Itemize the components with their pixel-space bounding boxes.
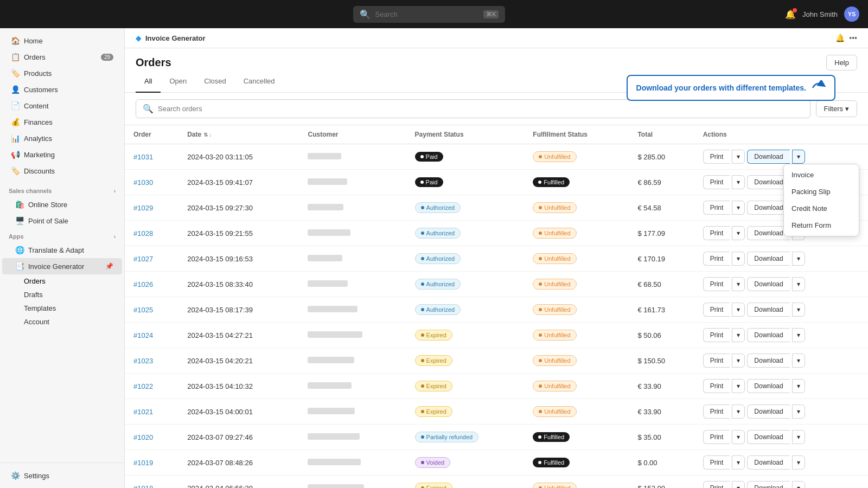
download-dropdown-button[interactable]: ▾ <box>792 150 805 164</box>
order-link[interactable]: #1023 <box>133 357 153 365</box>
dropdown-item[interactable]: Invoice <box>784 166 859 183</box>
print-dropdown-button[interactable]: ▾ <box>732 150 745 164</box>
sidebar-item-translate[interactable]: 🌐 Translate & Adapt <box>2 242 122 258</box>
sidebar-subitem-orders[interactable]: Orders <box>20 274 122 288</box>
sidebar-item-marketing[interactable]: 📢 Marketing <box>2 146 122 163</box>
tab-all[interactable]: All <box>136 70 161 93</box>
order-link[interactable]: #1018 <box>133 484 153 489</box>
bell-icon[interactable]: 🔔 <box>835 34 845 42</box>
download-button[interactable]: Download <box>747 150 789 164</box>
dropdown-item[interactable]: Credit Note <box>784 200 859 217</box>
download-dropdown-button[interactable]: ▾ <box>792 379 805 393</box>
print-button[interactable]: Print <box>703 252 730 266</box>
print-dropdown-button[interactable]: ▾ <box>732 430 745 444</box>
print-button[interactable]: Print <box>703 226 730 240</box>
download-button[interactable]: Download <box>747 379 789 393</box>
sidebar-item-discounts[interactable]: 🏷️ Discounts <box>2 163 122 179</box>
print-dropdown-button[interactable]: ▾ <box>732 404 745 419</box>
sidebar-item-customers[interactable]: 👤 Customers <box>2 81 122 98</box>
download-button[interactable]: Download <box>747 354 789 368</box>
tab-open[interactable]: Open <box>161 70 195 93</box>
download-dropdown-button[interactable]: ▾ <box>792 354 805 368</box>
search-input[interactable] <box>375 10 479 18</box>
dropdown-item[interactable]: Return Form <box>784 217 859 234</box>
download-dropdown-button[interactable]: ▾ <box>792 481 805 488</box>
order-link[interactable]: #1019 <box>133 459 153 467</box>
order-link[interactable]: #1031 <box>133 153 153 161</box>
download-button[interactable]: Download <box>747 404 789 419</box>
print-button[interactable]: Print <box>703 379 730 393</box>
download-dropdown-button[interactable]: ▾ <box>792 404 805 419</box>
sidebar-item-invoice-gen[interactable]: 📑 Invoice Generator 📌 <box>2 258 122 274</box>
sidebar-subitem-drafts[interactable]: Drafts <box>20 288 122 301</box>
download-dropdown-button[interactable]: ▾ <box>792 455 805 470</box>
download-dropdown-button[interactable]: ▾ <box>792 252 805 266</box>
sidebar-item-settings[interactable]: ⚙️ Settings <box>2 467 122 484</box>
sidebar-subitem-account[interactable]: Account <box>20 315 122 329</box>
search-box[interactable]: 🔍 <box>136 99 810 118</box>
download-dropdown-button[interactable]: ▾ <box>792 328 805 342</box>
print-button[interactable]: Print <box>703 404 730 419</box>
sidebar-item-analytics[interactable]: 📊 Analytics <box>2 130 122 146</box>
download-dropdown-button[interactable]: ▾ <box>792 430 805 444</box>
order-link[interactable]: #1021 <box>133 408 153 416</box>
download-button[interactable]: Download <box>747 430 789 444</box>
print-button[interactable]: Print <box>703 303 730 317</box>
tab-closed[interactable]: Closed <box>195 70 234 93</box>
print-button[interactable]: Print <box>703 150 730 164</box>
print-dropdown-button[interactable]: ▾ <box>732 252 745 266</box>
order-link[interactable]: #1030 <box>133 178 153 187</box>
tab-cancelled[interactable]: Cancelled <box>235 70 284 93</box>
sidebar-item-products[interactable]: 🏷️ Products <box>2 65 122 81</box>
download-dropdown-button[interactable]: ▾ <box>792 277 805 291</box>
print-dropdown-button[interactable]: ▾ <box>732 303 745 317</box>
help-button[interactable]: Help <box>826 55 857 70</box>
order-link[interactable]: #1029 <box>133 204 153 212</box>
order-link[interactable]: #1028 <box>133 229 153 237</box>
avatar[interactable]: YS <box>844 7 859 22</box>
print-dropdown-button[interactable]: ▾ <box>732 379 745 393</box>
search-orders-input[interactable] <box>158 105 803 113</box>
sidebar-subitem-templates[interactable]: Templates <box>20 301 122 315</box>
print-button[interactable]: Print <box>703 175 730 189</box>
sidebar-item-finances[interactable]: 💰 Finances <box>2 114 122 130</box>
print-button[interactable]: Print <box>703 277 730 291</box>
order-link[interactable]: #1024 <box>133 331 153 339</box>
order-link[interactable]: #1026 <box>133 280 153 288</box>
print-dropdown-button[interactable]: ▾ <box>732 455 745 470</box>
download-button[interactable]: Download <box>747 252 789 266</box>
notification-icon[interactable]: 🔔 <box>785 9 796 20</box>
sidebar-item-pos[interactable]: 🖥️ Point of Sale <box>2 213 122 229</box>
sidebar-item-orders[interactable]: 📋 Orders 29 <box>2 49 122 65</box>
order-link[interactable]: #1022 <box>133 382 153 390</box>
print-button[interactable]: Print <box>703 430 730 444</box>
order-link[interactable]: #1020 <box>133 433 153 441</box>
print-dropdown-button[interactable]: ▾ <box>732 201 745 215</box>
order-link[interactable]: #1027 <box>133 255 153 263</box>
order-link[interactable]: #1025 <box>133 306 153 314</box>
sidebar-item-content[interactable]: 📄 Content <box>2 98 122 114</box>
print-dropdown-button[interactable]: ▾ <box>732 354 745 368</box>
sales-channels-chevron[interactable]: › <box>114 188 116 194</box>
print-dropdown-button[interactable]: ▾ <box>732 277 745 291</box>
print-dropdown-button[interactable]: ▾ <box>732 175 745 189</box>
print-button[interactable]: Print <box>703 201 730 215</box>
download-button[interactable]: Download <box>747 277 789 291</box>
print-dropdown-button[interactable]: ▾ <box>732 328 745 342</box>
sidebar-item-online-store[interactable]: 🛍️ Online Store <box>2 196 122 213</box>
print-button[interactable]: Print <box>703 481 730 488</box>
print-dropdown-button[interactable]: ▾ <box>732 226 745 240</box>
download-button[interactable]: Download <box>747 303 789 317</box>
print-button[interactable]: Print <box>703 455 730 470</box>
global-search[interactable]: 🔍 ⌘K <box>353 6 505 23</box>
print-dropdown-button[interactable]: ▾ <box>732 481 745 488</box>
sidebar-item-home[interactable]: 🏠 Home <box>2 33 122 49</box>
print-button[interactable]: Print <box>703 354 730 368</box>
filter-button[interactable]: Filters ▾ <box>816 100 857 117</box>
download-dropdown-button[interactable]: ▾ <box>792 303 805 317</box>
dropdown-item[interactable]: Packing Slip <box>784 183 859 200</box>
more-icon[interactable]: ••• <box>849 34 857 42</box>
print-button[interactable]: Print <box>703 328 730 342</box>
apps-chevron[interactable]: › <box>114 234 116 240</box>
download-button[interactable]: Download <box>747 328 789 342</box>
